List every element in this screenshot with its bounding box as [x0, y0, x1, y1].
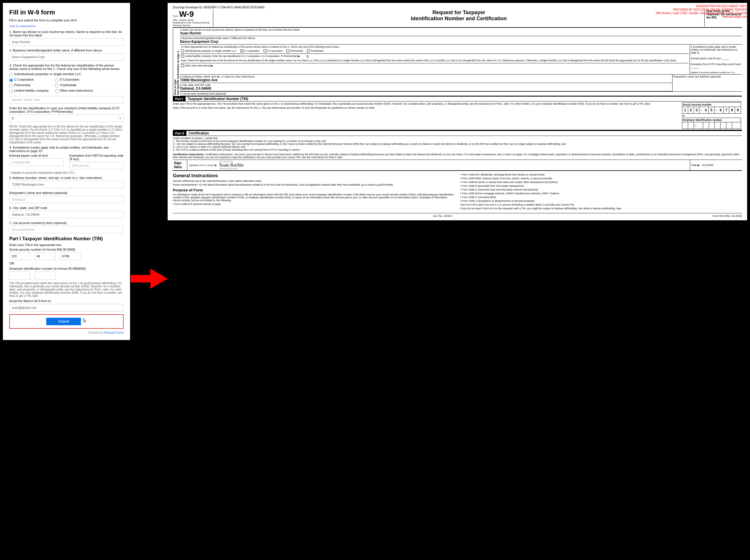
- doc-address: 72868 Blackington Ave: [180, 78, 672, 82]
- plumsail-link[interactable]: Plumsail Forms: [104, 331, 124, 334]
- exemptions-label: 4. Exemptions (codes apply only to certa…: [9, 146, 124, 153]
- part2-badge: Part II: [173, 131, 186, 136]
- doc-chk-individual: Individual/sole proprietor or single-mem…: [181, 49, 237, 52]
- powered-by: Powered by Plumsail Forms: [9, 331, 124, 334]
- ssn-label: Social security number (in format 000 00…: [9, 248, 124, 251]
- radio-partnership[interactable]: Partnership: [9, 83, 50, 87]
- ssn-part1[interactable]: [9, 253, 30, 260]
- submit-wrap: Submit: [9, 314, 124, 329]
- tin-note: The TIN provided must match the name giv…: [9, 282, 124, 298]
- email-label: Email the filled-in W-9 form to:: [9, 299, 124, 303]
- ssn-part2[interactable]: [35, 253, 56, 260]
- gen-instr-heading: General Instructions: [173, 173, 454, 178]
- sign-here-label: Sign Here: [173, 160, 187, 170]
- part1-sub: Enter your TIN in the appropriate box: [9, 243, 124, 246]
- doc-name: Xuan Rochin: [180, 31, 742, 35]
- account-input[interactable]: [9, 226, 124, 233]
- ein-part2[interactable]: [35, 272, 56, 280]
- ein-label: Employer identification number (in forma…: [9, 267, 124, 270]
- exempt-code-label: Exempt payee code (if any): [9, 154, 64, 157]
- part1-badge: Part I: [173, 97, 185, 101]
- radio-trust[interactable]: Trust/estate: [55, 83, 95, 87]
- name-label: 1. Name (as shown on your income tax ret…: [9, 30, 124, 37]
- radio-individual[interactable]: Individual/sole proprietor or single-mem…: [9, 72, 81, 77]
- cat-no: Cat. No. 10231X: [433, 215, 452, 217]
- doc-business: Desco Equipment Corp: [180, 40, 742, 44]
- arrow-icon: [130, 268, 168, 289]
- doc-chk-trust: Trust/estate: [307, 49, 324, 52]
- page-title: Fill in W-9 form: [9, 9, 124, 16]
- instructions-link[interactable]: Link to instructions: [9, 24, 124, 28]
- svg-rect-2: [130, 275, 133, 282]
- signature: Xuan Rochin: [219, 162, 244, 168]
- business-label: 2. Business name/disregarded entity name…: [9, 48, 124, 52]
- page-subtitle: Fill in and submit the form to complete …: [9, 19, 124, 22]
- city-label: 6. City, state, and ZIP code: [9, 206, 124, 209]
- exempt-code-input[interactable]: [9, 158, 64, 166]
- doc-ein-boxes: –: [682, 122, 741, 129]
- doc-city: Oakland, CA 94606: [180, 86, 672, 91]
- w9-document: DocuSign Envelope ID: 6B3DD6F7-C79A-4F21…: [168, 3, 747, 220]
- svg-marker-0: [130, 268, 168, 289]
- note-text: NOTE: Check the appropriate box in the l…: [9, 125, 124, 144]
- other-input[interactable]: [9, 96, 124, 103]
- address-input[interactable]: [9, 181, 124, 188]
- cursor-icon: [83, 318, 87, 323]
- form-panel: Fill in W-9 form Fill in and submit the …: [3, 3, 130, 340]
- side-label: Print or type.See Specific Instructions …: [173, 28, 180, 96]
- business-input[interactable]: [9, 53, 124, 61]
- llc-class-label: Enter the tax classification in case you…: [9, 106, 124, 113]
- radio-other[interactable]: Other (see instructions): [55, 89, 95, 93]
- or-text: OR: [9, 262, 124, 265]
- doc-ssn-boxes: 123 – 45 – 6789: [682, 107, 741, 114]
- doc-chk-other: Other (see instructions) ▶: [181, 64, 213, 67]
- doc-footer: Form W-9 (Rev. 10-2018): [712, 215, 742, 217]
- w9-logo: W-9: [179, 9, 194, 19]
- requester-input[interactable]: [9, 196, 124, 203]
- name-input[interactable]: [9, 38, 124, 46]
- ssn-part3[interactable]: [60, 253, 81, 260]
- classification-label: 3. Check the appropriate box for the fed…: [9, 64, 124, 71]
- demo-banner: DEMONSTRATION DOCUMENT ONLYPROVIDED BY D…: [656, 5, 747, 19]
- requester-label: Requester's name and address (optional): [9, 191, 124, 195]
- applies-note: * (Applies to accounts maintained outsid…: [9, 171, 124, 174]
- radio-s-corp[interactable]: S Corporation: [55, 78, 95, 82]
- doc-chk-c-corp: ✓C Corporation: [241, 49, 260, 52]
- email-input[interactable]: [9, 304, 124, 312]
- address-label: 5. Address (number, street, and apt. or …: [9, 176, 124, 180]
- part1-heading: Part I Taxpayer Identification Number (T…: [9, 236, 124, 241]
- radio-c-corp[interactable]: C Corporation: [9, 78, 50, 82]
- sign-date: 2/11/2022: [702, 164, 714, 166]
- account-label: 7. List account number(s) here (optional…: [9, 221, 124, 225]
- ein-part1[interactable]: [9, 272, 30, 280]
- doc-chk-partnership: Partnership: [286, 49, 303, 52]
- city-input[interactable]: [9, 211, 124, 218]
- radio-llc[interactable]: Limited liability company: [9, 89, 50, 93]
- llc-class-select[interactable]: C: [9, 115, 124, 122]
- fatca-code-input[interactable]: [69, 162, 124, 169]
- doc-chk-llc: Limited liability company. Enter the tax…: [181, 55, 314, 58]
- doc-chk-s-corp: S Corporation: [264, 49, 282, 52]
- doc-title: Request for Taxpayer: [216, 9, 702, 16]
- fatca-code-label: Exemption from FATCA reporting code (if …: [69, 154, 124, 161]
- submit-button[interactable]: Submit: [46, 318, 81, 325]
